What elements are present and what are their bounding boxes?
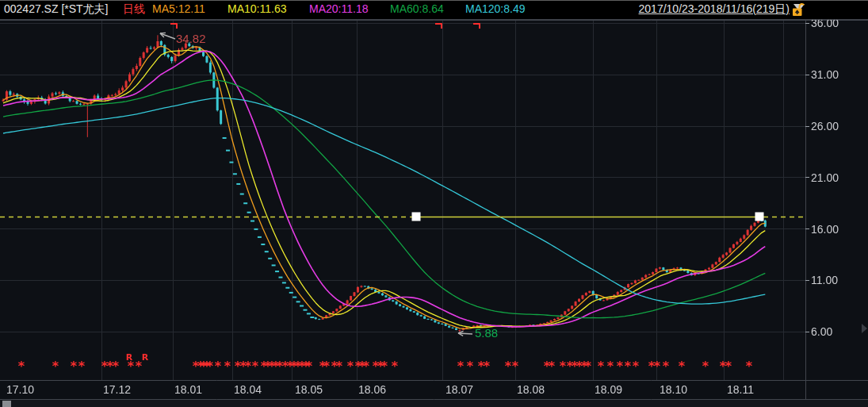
unlock-icon[interactable] <box>792 2 805 17</box>
x-axis-label: 17.12 <box>103 383 131 396</box>
x-axis-label: 18.09 <box>595 383 622 396</box>
x-axis-label: 18.04 <box>234 383 262 396</box>
x-axis-label: 18.10 <box>660 383 687 396</box>
y-axis-label: 31.00 <box>811 68 839 81</box>
ma60-legend: MA60:8.64 <box>390 2 444 15</box>
y-axis-label: 11.00 <box>811 274 838 286</box>
stock-symbol: 002427.SZ [*ST尤夫] <box>4 2 109 17</box>
y-axis-label: 21.00 <box>811 171 839 184</box>
y-axis-label: 26.00 <box>811 120 839 132</box>
y-axis-label: 6.00 <box>811 325 832 338</box>
high-price-annotation: 34.82 <box>176 32 206 45</box>
ma10-legend: MA10:11.63 <box>228 2 286 15</box>
axis-expand-icon[interactable] <box>862 324 867 333</box>
chart-header: 002427.SZ [*ST尤夫] 日线 MA5:12.11 MA10:11.6… <box>0 1 868 20</box>
chart-canvas[interactable] <box>0 1 868 407</box>
x-axis-label: 18.05 <box>295 383 323 396</box>
low-price-annotation: 5.88 <box>475 326 498 340</box>
stock-chart-window: 002427.SZ [*ST尤夫] 日线 MA5:12.11 MA10:11.6… <box>0 0 868 407</box>
ma5-legend: MA5:12.11 <box>152 2 205 15</box>
x-axis-label: 18.08 <box>517 383 545 396</box>
period-label[interactable]: 日线 <box>123 2 145 17</box>
ma20-legend: MA20:11.18 <box>309 2 368 15</box>
y-axis-label: 16.00 <box>811 223 839 236</box>
x-axis-label: 18.01 <box>174 383 202 396</box>
x-axis-label: 18.06 <box>358 383 386 396</box>
x-axis-label: 17.10 <box>6 383 34 396</box>
ma120-legend: MA120:8.49 <box>465 2 526 15</box>
x-axis-label: 18.11 <box>727 383 754 396</box>
x-axis-label: 18.07 <box>445 383 473 396</box>
date-range-text[interactable]: 2017/10/23-2018/11/16(219日) <box>639 2 790 15</box>
scrollbar-handle[interactable] <box>2 401 11 407</box>
date-range-selector[interactable]: 2017/10/23-2018/11/16(219日) <box>639 2 790 17</box>
